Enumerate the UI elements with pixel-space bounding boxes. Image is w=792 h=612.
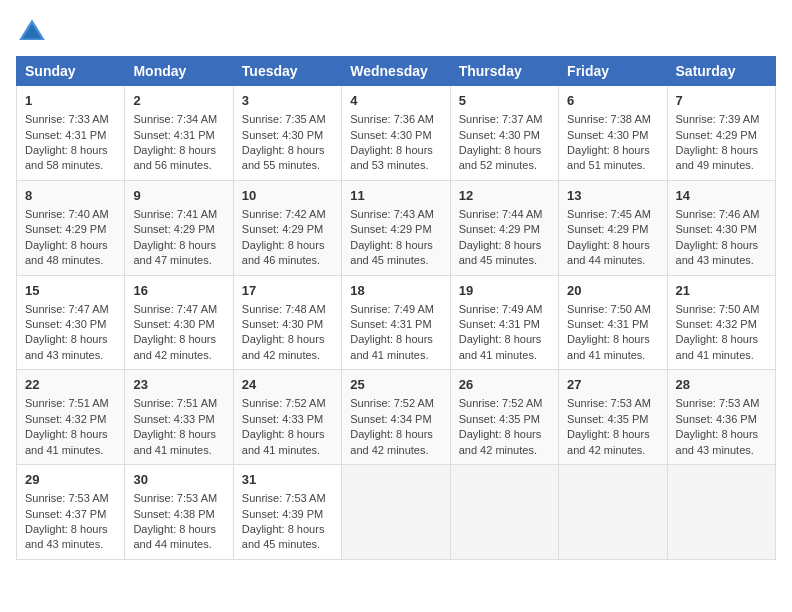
day-info: Sunrise: 7:39 AMSunset: 4:29 PMDaylight:… xyxy=(676,113,760,171)
calendar-cell: 22 Sunrise: 7:51 AMSunset: 4:32 PMDaylig… xyxy=(17,370,125,465)
calendar-cell: 24 Sunrise: 7:52 AMSunset: 4:33 PMDaylig… xyxy=(233,370,341,465)
day-info: Sunrise: 7:36 AMSunset: 4:30 PMDaylight:… xyxy=(350,113,434,171)
day-number: 29 xyxy=(25,471,116,489)
day-number: 7 xyxy=(676,92,767,110)
header xyxy=(16,16,776,48)
calendar-cell: 7 Sunrise: 7:39 AMSunset: 4:29 PMDayligh… xyxy=(667,86,775,181)
calendar-cell: 25 Sunrise: 7:52 AMSunset: 4:34 PMDaylig… xyxy=(342,370,450,465)
calendar-cell xyxy=(450,465,558,560)
day-number: 23 xyxy=(133,376,224,394)
day-number: 2 xyxy=(133,92,224,110)
day-number: 27 xyxy=(567,376,658,394)
calendar-cell: 26 Sunrise: 7:52 AMSunset: 4:35 PMDaylig… xyxy=(450,370,558,465)
header-tuesday: Tuesday xyxy=(233,57,341,86)
day-number: 15 xyxy=(25,282,116,300)
header-wednesday: Wednesday xyxy=(342,57,450,86)
day-number: 19 xyxy=(459,282,550,300)
day-number: 10 xyxy=(242,187,333,205)
day-info: Sunrise: 7:49 AMSunset: 4:31 PMDaylight:… xyxy=(350,303,434,361)
calendar-cell: 4 Sunrise: 7:36 AMSunset: 4:30 PMDayligh… xyxy=(342,86,450,181)
calendar-cell: 18 Sunrise: 7:49 AMSunset: 4:31 PMDaylig… xyxy=(342,275,450,370)
calendar-cell: 14 Sunrise: 7:46 AMSunset: 4:30 PMDaylig… xyxy=(667,180,775,275)
calendar-cell: 15 Sunrise: 7:47 AMSunset: 4:30 PMDaylig… xyxy=(17,275,125,370)
day-number: 9 xyxy=(133,187,224,205)
day-info: Sunrise: 7:53 AMSunset: 4:37 PMDaylight:… xyxy=(25,492,109,550)
calendar-cell: 31 Sunrise: 7:53 AMSunset: 4:39 PMDaylig… xyxy=(233,465,341,560)
calendar-cell: 5 Sunrise: 7:37 AMSunset: 4:30 PMDayligh… xyxy=(450,86,558,181)
calendar-cell xyxy=(342,465,450,560)
day-info: Sunrise: 7:37 AMSunset: 4:30 PMDaylight:… xyxy=(459,113,543,171)
day-number: 6 xyxy=(567,92,658,110)
day-info: Sunrise: 7:53 AMSunset: 4:36 PMDaylight:… xyxy=(676,397,760,455)
day-info: Sunrise: 7:52 AMSunset: 4:34 PMDaylight:… xyxy=(350,397,434,455)
logo xyxy=(16,16,52,48)
calendar-cell: 17 Sunrise: 7:48 AMSunset: 4:30 PMDaylig… xyxy=(233,275,341,370)
calendar-cell: 1 Sunrise: 7:33 AMSunset: 4:31 PMDayligh… xyxy=(17,86,125,181)
day-number: 3 xyxy=(242,92,333,110)
day-number: 13 xyxy=(567,187,658,205)
day-info: Sunrise: 7:44 AMSunset: 4:29 PMDaylight:… xyxy=(459,208,543,266)
calendar-header-row: SundayMondayTuesdayWednesdayThursdayFrid… xyxy=(17,57,776,86)
day-number: 17 xyxy=(242,282,333,300)
day-info: Sunrise: 7:34 AMSunset: 4:31 PMDaylight:… xyxy=(133,113,217,171)
day-info: Sunrise: 7:38 AMSunset: 4:30 PMDaylight:… xyxy=(567,113,651,171)
calendar-cell: 29 Sunrise: 7:53 AMSunset: 4:37 PMDaylig… xyxy=(17,465,125,560)
day-number: 8 xyxy=(25,187,116,205)
calendar-cell: 23 Sunrise: 7:51 AMSunset: 4:33 PMDaylig… xyxy=(125,370,233,465)
calendar-cell: 10 Sunrise: 7:42 AMSunset: 4:29 PMDaylig… xyxy=(233,180,341,275)
day-info: Sunrise: 7:41 AMSunset: 4:29 PMDaylight:… xyxy=(133,208,217,266)
day-number: 30 xyxy=(133,471,224,489)
calendar-cell xyxy=(559,465,667,560)
day-number: 4 xyxy=(350,92,441,110)
calendar-cell: 19 Sunrise: 7:49 AMSunset: 4:31 PMDaylig… xyxy=(450,275,558,370)
calendar-week-row: 15 Sunrise: 7:47 AMSunset: 4:30 PMDaylig… xyxy=(17,275,776,370)
calendar-cell: 16 Sunrise: 7:47 AMSunset: 4:30 PMDaylig… xyxy=(125,275,233,370)
calendar-week-row: 1 Sunrise: 7:33 AMSunset: 4:31 PMDayligh… xyxy=(17,86,776,181)
day-number: 5 xyxy=(459,92,550,110)
day-info: Sunrise: 7:35 AMSunset: 4:30 PMDaylight:… xyxy=(242,113,326,171)
day-info: Sunrise: 7:53 AMSunset: 4:35 PMDaylight:… xyxy=(567,397,651,455)
day-number: 20 xyxy=(567,282,658,300)
calendar-cell: 9 Sunrise: 7:41 AMSunset: 4:29 PMDayligh… xyxy=(125,180,233,275)
day-info: Sunrise: 7:50 AMSunset: 4:31 PMDaylight:… xyxy=(567,303,651,361)
header-thursday: Thursday xyxy=(450,57,558,86)
day-info: Sunrise: 7:47 AMSunset: 4:30 PMDaylight:… xyxy=(133,303,217,361)
day-info: Sunrise: 7:46 AMSunset: 4:30 PMDaylight:… xyxy=(676,208,760,266)
day-number: 22 xyxy=(25,376,116,394)
day-info: Sunrise: 7:49 AMSunset: 4:31 PMDaylight:… xyxy=(459,303,543,361)
day-info: Sunrise: 7:51 AMSunset: 4:32 PMDaylight:… xyxy=(25,397,109,455)
calendar-cell: 28 Sunrise: 7:53 AMSunset: 4:36 PMDaylig… xyxy=(667,370,775,465)
day-info: Sunrise: 7:45 AMSunset: 4:29 PMDaylight:… xyxy=(567,208,651,266)
calendar-cell: 8 Sunrise: 7:40 AMSunset: 4:29 PMDayligh… xyxy=(17,180,125,275)
calendar-cell: 27 Sunrise: 7:53 AMSunset: 4:35 PMDaylig… xyxy=(559,370,667,465)
calendar-cell: 13 Sunrise: 7:45 AMSunset: 4:29 PMDaylig… xyxy=(559,180,667,275)
day-info: Sunrise: 7:33 AMSunset: 4:31 PMDaylight:… xyxy=(25,113,109,171)
day-info: Sunrise: 7:42 AMSunset: 4:29 PMDaylight:… xyxy=(242,208,326,266)
day-number: 12 xyxy=(459,187,550,205)
day-number: 25 xyxy=(350,376,441,394)
calendar-cell: 30 Sunrise: 7:53 AMSunset: 4:38 PMDaylig… xyxy=(125,465,233,560)
header-monday: Monday xyxy=(125,57,233,86)
calendar-week-row: 8 Sunrise: 7:40 AMSunset: 4:29 PMDayligh… xyxy=(17,180,776,275)
calendar-cell xyxy=(667,465,775,560)
calendar-cell: 6 Sunrise: 7:38 AMSunset: 4:30 PMDayligh… xyxy=(559,86,667,181)
calendar-cell: 21 Sunrise: 7:50 AMSunset: 4:32 PMDaylig… xyxy=(667,275,775,370)
calendar-cell: 11 Sunrise: 7:43 AMSunset: 4:29 PMDaylig… xyxy=(342,180,450,275)
day-info: Sunrise: 7:52 AMSunset: 4:35 PMDaylight:… xyxy=(459,397,543,455)
day-number: 14 xyxy=(676,187,767,205)
calendar-cell: 3 Sunrise: 7:35 AMSunset: 4:30 PMDayligh… xyxy=(233,86,341,181)
day-number: 16 xyxy=(133,282,224,300)
day-info: Sunrise: 7:52 AMSunset: 4:33 PMDaylight:… xyxy=(242,397,326,455)
calendar-cell: 12 Sunrise: 7:44 AMSunset: 4:29 PMDaylig… xyxy=(450,180,558,275)
day-number: 28 xyxy=(676,376,767,394)
day-number: 11 xyxy=(350,187,441,205)
calendar-week-row: 29 Sunrise: 7:53 AMSunset: 4:37 PMDaylig… xyxy=(17,465,776,560)
logo-icon xyxy=(16,16,48,48)
day-info: Sunrise: 7:43 AMSunset: 4:29 PMDaylight:… xyxy=(350,208,434,266)
calendar-cell: 20 Sunrise: 7:50 AMSunset: 4:31 PMDaylig… xyxy=(559,275,667,370)
calendar-cell: 2 Sunrise: 7:34 AMSunset: 4:31 PMDayligh… xyxy=(125,86,233,181)
day-info: Sunrise: 7:40 AMSunset: 4:29 PMDaylight:… xyxy=(25,208,109,266)
day-number: 31 xyxy=(242,471,333,489)
header-saturday: Saturday xyxy=(667,57,775,86)
day-info: Sunrise: 7:50 AMSunset: 4:32 PMDaylight:… xyxy=(676,303,760,361)
